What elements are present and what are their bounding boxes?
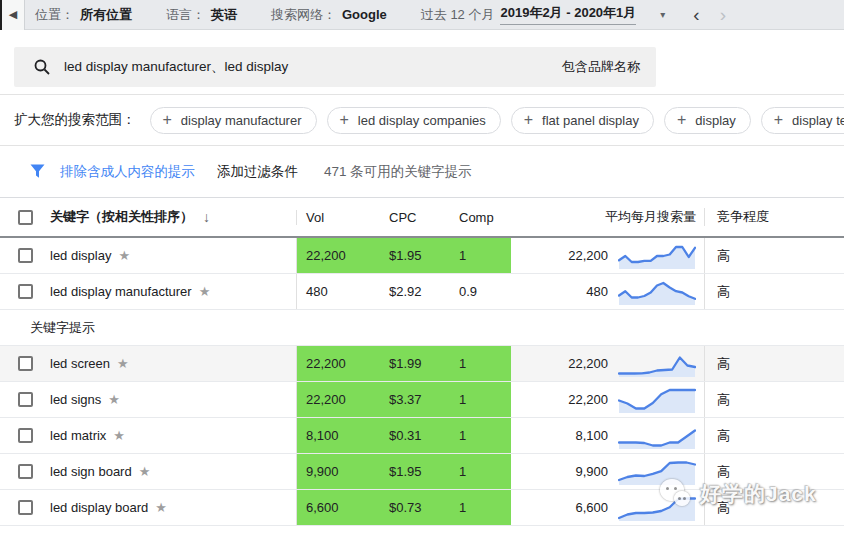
table-header-row: 关键字（按相关性排序） ↓ Vol CPC Comp 平均每月搜索量 竞争程度 — [0, 198, 844, 238]
expand-search-label: 扩大您的搜索范围： — [14, 111, 136, 129]
comp-cell: 1 — [450, 418, 511, 453]
star-icon[interactable]: ★ — [139, 464, 151, 479]
vol-cell: 6,600 — [296, 490, 380, 525]
row-checkbox[interactable] — [18, 248, 33, 263]
collapse-panel-button[interactable]: ◀ — [0, 0, 25, 30]
expand-chip[interactable]: +display manufacturer — [150, 107, 317, 134]
table-row: led screen ★ 22,200 $1.99 1 22,200 高 — [0, 346, 844, 382]
star-icon[interactable]: ★ — [118, 248, 130, 263]
cpc-cell: $0.73 — [380, 490, 450, 525]
network-label: 搜索网络： — [271, 6, 336, 24]
chip-label: flat panel display — [542, 113, 639, 128]
row-checkbox[interactable] — [18, 284, 33, 299]
add-filter-button[interactable]: 添加过滤条件 — [217, 163, 298, 181]
search-query-text[interactable]: led display manufacturer、led display — [64, 58, 288, 76]
language-value[interactable]: 英语 — [211, 6, 237, 24]
expand-chip[interactable]: +flat panel display — [511, 107, 654, 134]
avg-monthly-cell: 22,200 — [511, 346, 705, 381]
plus-icon: + — [774, 112, 783, 128]
expand-chip[interactable]: +led display companies — [327, 107, 501, 134]
expand-chip[interactable]: +display technology — [761, 107, 844, 134]
star-icon[interactable]: ★ — [108, 392, 120, 407]
keyword-text: led matrix — [50, 428, 106, 443]
row-checkbox[interactable] — [18, 500, 33, 515]
comp-cell: 1 — [450, 490, 511, 525]
prev-period-icon[interactable]: ‹ — [693, 5, 699, 24]
trend-sparkline — [618, 494, 696, 522]
back-arrow-icon: ◀ — [9, 8, 17, 21]
avg-monthly-cell: 8,100 — [511, 418, 705, 453]
keyword-text: led display board — [50, 500, 148, 515]
comp-cell: 1 — [450, 382, 511, 417]
header-avg-monthly-searches[interactable]: 平均每月搜索量 — [511, 208, 705, 226]
expand-search-row: 扩大您的搜索范围： +display manufacturer+led disp… — [0, 95, 844, 146]
expand-chip[interactable]: +display — [664, 107, 751, 134]
include-brand-label[interactable]: 包含品牌名称 — [562, 58, 640, 76]
date-dropdown-icon[interactable]: ▾ — [660, 9, 665, 20]
filter-bar: 排除含成人内容的提示 添加过滤条件 471 条可用的关键字提示 — [0, 146, 844, 197]
header-comp[interactable]: Comp — [450, 210, 511, 225]
header-keyword[interactable]: 关键字（按相关性排序） ↓ — [50, 208, 296, 226]
keyword-text: led screen — [50, 356, 110, 371]
star-icon[interactable]: ★ — [113, 428, 125, 443]
trend-sparkline — [618, 386, 696, 414]
row-checkbox[interactable] — [18, 464, 33, 479]
competition-level: 高 — [717, 463, 730, 481]
competition-level: 高 — [717, 499, 730, 517]
trend-sparkline — [618, 458, 696, 486]
location-value[interactable]: 所有位置 — [80, 6, 132, 24]
keyword-text: led sign board — [50, 464, 132, 479]
expand-chips: +display manufacturer+led display compan… — [150, 107, 844, 134]
select-all-checkbox[interactable] — [18, 210, 33, 225]
language-label: 语言： — [166, 6, 205, 24]
star-icon[interactable]: ★ — [155, 500, 167, 515]
next-period-icon: › — [720, 5, 726, 24]
search-icon — [34, 59, 50, 75]
header-competition[interactable]: 竞争程度 — [705, 208, 844, 226]
cpc-cell: $0.31 — [380, 418, 450, 453]
table-row: led display board ★ 6,600 $0.73 1 6,600 … — [0, 490, 844, 526]
chip-label: display technology — [792, 113, 844, 128]
search-section: led display manufacturer、led display 包含品… — [0, 30, 844, 95]
avg-monthly-cell: 480 — [511, 274, 705, 309]
trend-sparkline — [618, 422, 696, 450]
avg-monthly-cell: 22,200 — [511, 382, 705, 417]
table-row: led signs ★ 22,200 $3.37 1 22,200 高 — [0, 382, 844, 418]
period-label: 过去 12 个月 — [421, 6, 495, 24]
keyword-ideas-rows: led screen ★ 22,200 $1.99 1 22,200 高 led… — [0, 346, 844, 526]
competition-level: 高 — [717, 391, 730, 409]
competition-level: 高 — [717, 427, 730, 445]
table-row: led sign board ★ 9,900 $1.95 1 9,900 高 — [0, 454, 844, 490]
vol-cell: 22,200 — [296, 346, 380, 381]
keywords-table: 关键字（按相关性排序） ↓ Vol CPC Comp 平均每月搜索量 竞争程度 … — [0, 197, 844, 526]
date-range-value[interactable]: 2019年2月 - 2020年1月 — [500, 4, 636, 25]
star-icon[interactable]: ★ — [199, 284, 211, 299]
row-checkbox[interactable] — [18, 392, 33, 407]
filter-icon[interactable] — [30, 164, 45, 179]
vol-cell: 8,100 — [296, 418, 380, 453]
star-icon[interactable]: ★ — [117, 356, 129, 371]
header-vol[interactable]: Vol — [296, 210, 380, 225]
keyword-search-box[interactable]: led display manufacturer、led display 包含品… — [14, 47, 656, 87]
row-checkbox[interactable] — [18, 356, 33, 371]
exclude-adult-link[interactable]: 排除含成人内容的提示 — [60, 163, 195, 181]
cpc-cell: $1.95 — [380, 454, 450, 489]
keyword-text: led signs — [50, 392, 101, 407]
header-cpc[interactable]: CPC — [380, 210, 450, 225]
location-label: 位置： — [35, 6, 74, 24]
chip-label: led display companies — [358, 113, 486, 128]
network-value[interactable]: Google — [342, 7, 387, 22]
available-keywords-count: 471 条可用的关键字提示 — [324, 163, 472, 181]
comp-cell: 0.9 — [450, 274, 511, 309]
avg-monthly-cell: 6,600 — [511, 490, 705, 525]
plus-icon: + — [677, 112, 686, 128]
vol-cell: 22,200 — [296, 382, 380, 417]
keyword-text: led display — [50, 248, 111, 263]
plus-icon: + — [163, 112, 172, 128]
chip-label: display — [695, 113, 735, 128]
row-checkbox[interactable] — [18, 428, 33, 443]
cpc-cell: $1.99 — [380, 346, 450, 381]
avg-monthly-cell: 9,900 — [511, 454, 705, 489]
trend-sparkline — [618, 278, 696, 306]
plus-icon: + — [524, 112, 533, 128]
